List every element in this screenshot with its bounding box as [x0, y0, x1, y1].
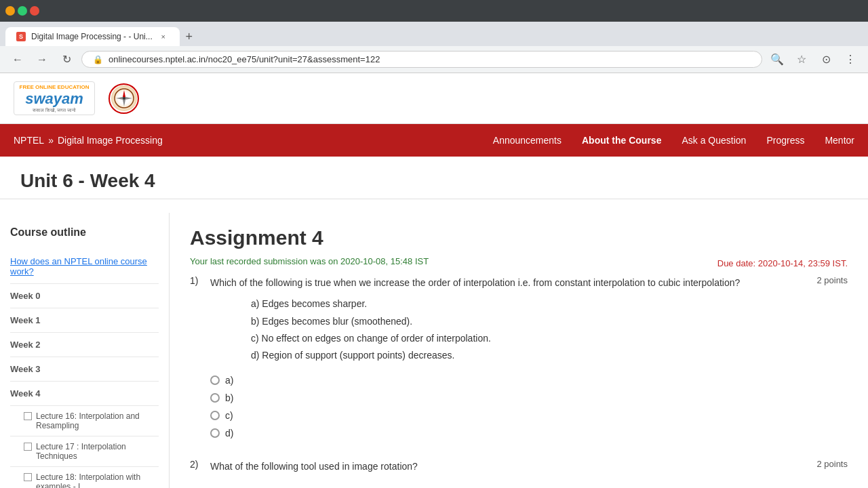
nav-ask-question[interactable]: Ask a Question	[682, 135, 746, 146]
question-1-header: 1) Which of the following is true when w…	[190, 275, 848, 364]
radio-row-c[interactable]: c)	[210, 410, 848, 421]
lecture-17-label: Lecture 17 : Interpolation Techniques	[36, 442, 159, 461]
question-1-text-wrap: Which of the following is true when we i…	[203, 275, 803, 364]
question-2: 2) What of the following tool used in im…	[190, 459, 848, 474]
content-area: Assignment 4 Your last recorded submissi…	[170, 213, 868, 488]
question-1-radio-options: a) b) c) d)	[210, 375, 848, 439]
nav-about-course[interactable]: About the Course	[582, 135, 661, 146]
radio-a[interactable]	[210, 375, 220, 385]
question-1-options: a) Edges becomes sharper. b) Edges becom…	[251, 296, 803, 364]
tab-bar: S Digital Image Processing - - Uni... × …	[0, 22, 868, 46]
compass-inner	[111, 85, 137, 111]
sidebar-week-4[interactable]: Week 4	[10, 382, 159, 406]
nav-mentor[interactable]: Mentor	[825, 135, 854, 146]
sidebar: Course outline How does an NPTEL online …	[0, 213, 170, 488]
forward-button[interactable]: →	[33, 50, 52, 69]
browser-chrome: S Digital Image Processing - - Uni... × …	[0, 0, 868, 73]
sidebar-lecture-18[interactable]: Lecture 18: Interpolation with examples …	[10, 467, 159, 488]
svg-point-5	[123, 97, 125, 100]
sidebar-item-howto[interactable]: How does an NPTEL online course work?	[10, 249, 159, 284]
nav-links: Announcements About the Course Ask a Que…	[493, 135, 854, 146]
radio-c-label: c)	[225, 410, 233, 421]
maximize-button[interactable]	[18, 6, 27, 16]
compass-logo	[108, 83, 139, 114]
bookmark-button[interactable]: ☆	[792, 50, 811, 69]
sidebar-title: Course outline	[10, 226, 159, 239]
nptel-link[interactable]: NPTEL	[14, 135, 44, 146]
minimize-button[interactable]	[5, 6, 15, 16]
question-1: 1) Which of the following is true when w…	[190, 275, 848, 439]
browser-window: S Digital Image Processing - - Uni... × …	[0, 0, 868, 488]
sidebar-week-3[interactable]: Week 3	[10, 357, 159, 382]
url-bar[interactable]: 🔒 onlinecourses.nptel.ac.in/noc20_ee75/u…	[81, 51, 762, 68]
url-text: onlinecourses.nptel.ac.in/noc20_ee75/uni…	[108, 54, 751, 64]
question-1-option-c: c) No effect on edges on change of order…	[251, 330, 803, 347]
radio-c[interactable]	[210, 411, 220, 420]
active-tab[interactable]: S Digital Image Processing - - Uni... ×	[5, 27, 180, 46]
question-1-option-a: a) Edges becomes sharper.	[251, 296, 803, 312]
title-bar	[0, 0, 868, 22]
new-tab-button[interactable]: +	[180, 27, 199, 46]
radio-row-d[interactable]: d)	[210, 428, 848, 439]
question-1-option-b: b) Edges becomes blur (smoothened).	[251, 313, 803, 330]
logo-area: FREE ONLINE EDUCATION swayam ससाल शिखो, …	[14, 81, 139, 115]
sidebar-week-1[interactable]: Week 1	[10, 308, 159, 333]
menu-button[interactable]: ⋮	[841, 50, 860, 69]
nav-bar: NPTEL » Digital Image Processing Announc…	[0, 124, 868, 157]
window-controls	[5, 6, 39, 16]
question-2-header: 2) What of the following tool used in im…	[190, 459, 848, 474]
page-content: FREE ONLINE EDUCATION swayam ससाल शिखो, …	[0, 73, 868, 488]
radio-d-label: d)	[225, 428, 233, 439]
swayam-name: swayam	[25, 90, 83, 108]
window-close-button[interactable]	[30, 6, 39, 16]
sidebar-lecture-17[interactable]: Lecture 17 : Interpolation Techniques	[10, 436, 159, 467]
question-1-points: 2 points	[816, 275, 848, 285]
radio-d[interactable]	[210, 428, 220, 438]
question-2-points: 2 points	[816, 459, 848, 469]
sidebar-week-2[interactable]: Week 2	[10, 333, 159, 357]
question-2-number: 2)	[190, 459, 203, 470]
question-1-number: 1)	[190, 275, 203, 286]
lecture-18-label: Lecture 18: Interpolation with examples …	[36, 472, 159, 488]
course-name: Digital Image Processing	[58, 135, 163, 146]
tab-favicon: S	[16, 32, 26, 41]
question-2-text: What of the following tool used in image…	[210, 459, 803, 474]
swayam-logo: FREE ONLINE EDUCATION swayam ससाल शिखो, …	[14, 81, 95, 115]
refresh-button[interactable]: ↻	[57, 50, 76, 69]
radio-a-label: a)	[225, 375, 233, 386]
compass-icon	[113, 87, 135, 109]
sidebar-lecture-16[interactable]: Lecture 16: Interpolation and Resampling	[10, 406, 159, 436]
radio-row-a[interactable]: a)	[210, 375, 848, 386]
swayam-tagline: ससाल शिखो, जगत जानो	[33, 108, 77, 113]
lecture-checkbox-18[interactable]	[24, 473, 32, 481]
swayam-top-text: FREE ONLINE EDUCATION	[20, 84, 90, 90]
radio-b-label: b)	[225, 392, 233, 403]
breadcrumb: NPTEL » Digital Image Processing	[14, 135, 163, 146]
radio-row-b[interactable]: b)	[210, 392, 848, 403]
site-header: FREE ONLINE EDUCATION swayam ससाल शिखो, …	[0, 73, 868, 124]
assignment-title: Assignment 4	[190, 226, 848, 249]
tab-title: Digital Image Processing - - Uni...	[31, 32, 153, 41]
page-title-area: Unit 6 - Week 4	[0, 157, 868, 199]
profile-button[interactable]: ⊙	[816, 50, 835, 69]
main-layout: Course outline How does an NPTEL online …	[0, 213, 868, 488]
nav-progress[interactable]: Progress	[766, 135, 804, 146]
question-1-option-d: d) Region of support (support points) de…	[251, 347, 803, 364]
page-title: Unit 6 - Week 4	[20, 170, 848, 192]
address-bar-icons: 🔍 ☆ ⊙ ⋮	[768, 50, 860, 69]
lecture-16-label: Lecture 16: Interpolation and Resampling	[36, 411, 159, 430]
tab-close-button[interactable]: ×	[158, 31, 169, 42]
nav-announcements[interactable]: Announcements	[493, 135, 561, 146]
lecture-checkbox-17[interactable]	[24, 443, 32, 451]
address-bar: ← → ↻ 🔒 onlinecourses.nptel.ac.in/noc20_…	[0, 46, 868, 73]
breadcrumb-separator: »	[48, 135, 54, 146]
back-button[interactable]: ←	[8, 50, 27, 69]
zoom-button[interactable]: 🔍	[768, 50, 787, 69]
lecture-checkbox-16[interactable]	[24, 412, 32, 420]
question-1-text: Which of the following is true when we i…	[210, 275, 803, 290]
question-2-text-wrap: What of the following tool used in image…	[203, 459, 803, 474]
sidebar-week-0[interactable]: Week 0	[10, 284, 159, 308]
lock-icon: 🔒	[93, 55, 103, 64]
radio-b[interactable]	[210, 393, 220, 403]
